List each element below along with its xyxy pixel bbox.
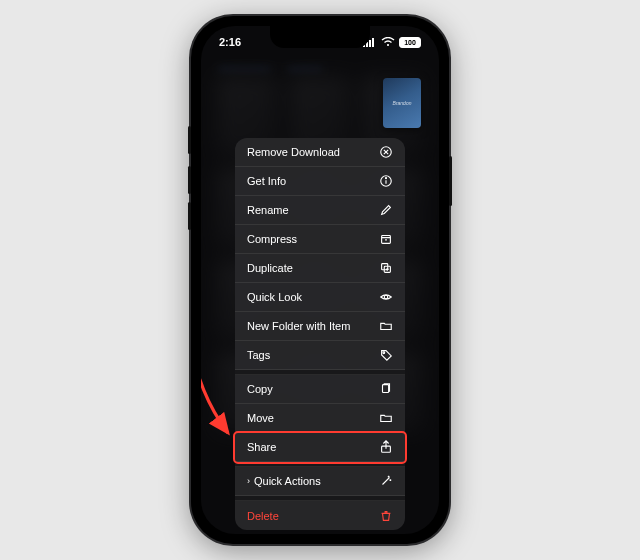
menu-item-quick-actions[interactable]: › Quick Actions [235,467,405,496]
menu-item-tags[interactable]: Tags [235,341,405,370]
wand-icon [379,474,393,488]
menu-label: Duplicate [247,262,293,274]
info-icon [379,174,393,188]
svg-point-4 [387,44,389,46]
menu-item-rename[interactable]: Rename [235,196,405,225]
screen: 2:16 100 ────────── [201,26,439,534]
menu-item-get-info[interactable]: Get Info [235,167,405,196]
menu-label: Quick Look [247,291,302,303]
menu-label: Rename [247,204,289,216]
menu-item-new-folder[interactable]: New Folder with Item [235,312,405,341]
menu-label: Delete [247,510,279,522]
menu-label: Tags [247,349,270,361]
menu-label: Remove Download [247,146,340,158]
menu-label: Get Info [247,175,286,187]
status-right-cluster: 100 [363,37,421,48]
svg-rect-3 [372,38,374,47]
menu-label: Share [247,441,276,453]
pencil-icon [379,203,393,217]
trash-icon [379,509,393,523]
chevron-right-icon: › [247,476,250,486]
tag-icon [379,348,393,362]
battery-level: 100 [399,37,421,48]
menu-label: Quick Actions [254,475,321,487]
thumbnail-label: Brandon [393,100,412,106]
folder-icon [379,319,393,333]
selected-file-thumbnail[interactable]: Brandon [383,78,421,128]
svg-rect-20 [383,385,389,393]
status-time: 2:16 [219,36,241,48]
menu-item-copy[interactable]: Copy [235,375,405,404]
svg-point-10 [385,178,386,179]
folder-move-icon [379,411,393,425]
svg-rect-2 [369,40,371,47]
menu-item-compress[interactable]: Compress [235,225,405,254]
duplicate-icon [379,261,393,275]
wifi-icon [381,37,395,47]
menu-item-share[interactable]: Share [235,433,405,462]
menu-item-duplicate[interactable]: Duplicate [235,254,405,283]
copy-icon [379,382,393,396]
svg-point-18 [384,295,388,299]
battery-icon: 100 [399,37,421,48]
iphone-mockup: 2:16 100 ────────── [191,16,449,544]
menu-item-delete[interactable]: Delete [235,501,405,530]
menu-label: Compress [247,233,297,245]
menu-label: Copy [247,383,273,395]
menu-item-move[interactable]: Move [235,404,405,433]
svg-point-19 [383,352,385,354]
context-menu: Remove Download Get Info Rename Compress [235,138,405,530]
share-icon [379,440,393,454]
menu-item-quick-look[interactable]: Quick Look [235,283,405,312]
menu-item-remove-download[interactable]: Remove Download [235,138,405,167]
eye-icon [379,290,393,304]
notch [270,26,370,48]
menu-label: New Folder with Item [247,320,350,332]
menu-label: Move [247,412,274,424]
archive-icon [379,232,393,246]
remove-download-icon [379,145,393,159]
